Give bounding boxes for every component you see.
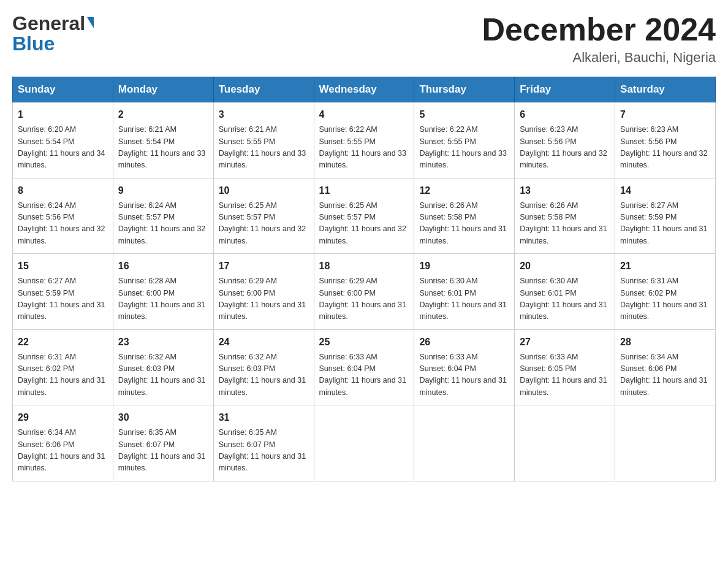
day-info: Sunrise: 6:23 AMSunset: 5:56 PMDaylight:… bbox=[620, 124, 710, 172]
calendar-day-cell: 13Sunrise: 6:26 AMSunset: 5:58 PMDayligh… bbox=[515, 178, 615, 254]
calendar-day-cell: 2Sunrise: 6:21 AMSunset: 5:54 PMDaylight… bbox=[113, 102, 213, 178]
day-info: Sunrise: 6:27 AMSunset: 5:59 PMDaylight:… bbox=[620, 200, 710, 248]
month-title: December 2024 bbox=[482, 12, 716, 47]
weekday-header-row: Sunday Monday Tuesday Wednesday Thursday… bbox=[13, 77, 716, 102]
day-info: Sunrise: 6:33 AMSunset: 6:04 PMDaylight:… bbox=[319, 351, 409, 399]
day-info: Sunrise: 6:24 AMSunset: 5:57 PMDaylight:… bbox=[118, 200, 208, 248]
calendar-day-cell: 23Sunrise: 6:32 AMSunset: 6:03 PMDayligh… bbox=[113, 329, 213, 405]
calendar-day-cell: 8Sunrise: 6:24 AMSunset: 5:56 PMDaylight… bbox=[13, 178, 113, 254]
calendar-day-cell: 6Sunrise: 6:23 AMSunset: 5:56 PMDaylight… bbox=[515, 102, 615, 178]
day-number: 13 bbox=[520, 183, 610, 198]
logo-blue-text: Blue bbox=[12, 33, 55, 55]
day-info: Sunrise: 6:35 AMSunset: 6:07 PMDaylight:… bbox=[118, 427, 208, 475]
logo-triangle-icon bbox=[87, 17, 94, 28]
calendar-day-cell: 19Sunrise: 6:30 AMSunset: 6:01 PMDayligh… bbox=[414, 254, 515, 330]
day-number: 21 bbox=[620, 259, 710, 274]
day-info: Sunrise: 6:25 AMSunset: 5:57 PMDaylight:… bbox=[219, 200, 309, 248]
calendar-day-cell: 28Sunrise: 6:34 AMSunset: 6:06 PMDayligh… bbox=[615, 329, 716, 405]
calendar-day-cell: 22Sunrise: 6:31 AMSunset: 6:02 PMDayligh… bbox=[13, 329, 113, 405]
calendar-day-cell: 20Sunrise: 6:30 AMSunset: 6:01 PMDayligh… bbox=[515, 254, 615, 330]
day-number: 17 bbox=[219, 259, 309, 274]
calendar-day-cell: 25Sunrise: 6:33 AMSunset: 6:04 PMDayligh… bbox=[314, 329, 414, 405]
day-number: 29 bbox=[18, 410, 108, 425]
header-sunday: Sunday bbox=[13, 77, 113, 102]
day-info: Sunrise: 6:21 AMSunset: 5:55 PMDaylight:… bbox=[219, 124, 309, 172]
title-area: December 2024 Alkaleri, Bauchi, Nigeria bbox=[482, 12, 716, 66]
day-number: 6 bbox=[520, 107, 610, 122]
calendar-day-cell bbox=[515, 405, 615, 481]
calendar-day-cell: 15Sunrise: 6:27 AMSunset: 5:59 PMDayligh… bbox=[13, 254, 113, 330]
day-number: 28 bbox=[620, 335, 710, 350]
calendar-week-row: 22Sunrise: 6:31 AMSunset: 6:02 PMDayligh… bbox=[13, 329, 716, 405]
calendar-day-cell: 7Sunrise: 6:23 AMSunset: 5:56 PMDaylight… bbox=[615, 102, 716, 178]
day-number: 24 bbox=[219, 335, 309, 350]
day-number: 18 bbox=[319, 259, 409, 274]
header-wednesday: Wednesday bbox=[314, 77, 414, 102]
day-number: 19 bbox=[419, 259, 509, 274]
calendar-day-cell: 5Sunrise: 6:22 AMSunset: 5:55 PMDaylight… bbox=[414, 102, 515, 178]
calendar-day-cell: 26Sunrise: 6:33 AMSunset: 6:04 PMDayligh… bbox=[414, 329, 515, 405]
day-number: 4 bbox=[319, 107, 409, 122]
calendar-day-cell: 16Sunrise: 6:28 AMSunset: 6:00 PMDayligh… bbox=[113, 254, 213, 330]
calendar-day-cell: 4Sunrise: 6:22 AMSunset: 5:55 PMDaylight… bbox=[314, 102, 414, 178]
day-info: Sunrise: 6:27 AMSunset: 5:59 PMDaylight:… bbox=[18, 275, 108, 323]
day-info: Sunrise: 6:21 AMSunset: 5:54 PMDaylight:… bbox=[118, 124, 208, 172]
calendar-day-cell bbox=[615, 405, 716, 481]
day-info: Sunrise: 6:33 AMSunset: 6:04 PMDaylight:… bbox=[419, 351, 509, 399]
calendar-day-cell: 24Sunrise: 6:32 AMSunset: 6:03 PMDayligh… bbox=[213, 329, 314, 405]
calendar-day-cell: 11Sunrise: 6:25 AMSunset: 5:57 PMDayligh… bbox=[314, 178, 414, 254]
day-info: Sunrise: 6:23 AMSunset: 5:56 PMDaylight:… bbox=[520, 124, 610, 172]
calendar-week-row: 29Sunrise: 6:34 AMSunset: 6:06 PMDayligh… bbox=[13, 405, 716, 481]
calendar-day-cell bbox=[414, 405, 515, 481]
day-info: Sunrise: 6:34 AMSunset: 6:06 PMDaylight:… bbox=[620, 351, 710, 399]
day-number: 11 bbox=[319, 183, 409, 198]
day-number: 1 bbox=[18, 107, 108, 122]
day-info: Sunrise: 6:33 AMSunset: 6:05 PMDaylight:… bbox=[520, 351, 610, 399]
header-friday: Friday bbox=[515, 77, 615, 102]
calendar-day-cell bbox=[314, 405, 414, 481]
logo: General Blue bbox=[12, 12, 94, 55]
day-info: Sunrise: 6:28 AMSunset: 6:00 PMDaylight:… bbox=[118, 275, 208, 323]
header-saturday: Saturday bbox=[615, 77, 716, 102]
day-number: 14 bbox=[620, 183, 710, 198]
day-number: 27 bbox=[520, 335, 610, 350]
header-tuesday: Tuesday bbox=[213, 77, 314, 102]
day-info: Sunrise: 6:34 AMSunset: 6:06 PMDaylight:… bbox=[18, 427, 108, 475]
day-info: Sunrise: 6:29 AMSunset: 6:00 PMDaylight:… bbox=[219, 275, 309, 323]
calendar-day-cell: 30Sunrise: 6:35 AMSunset: 6:07 PMDayligh… bbox=[113, 405, 213, 481]
calendar-day-cell: 21Sunrise: 6:31 AMSunset: 6:02 PMDayligh… bbox=[615, 254, 716, 330]
day-number: 16 bbox=[118, 259, 208, 274]
calendar-table: Sunday Monday Tuesday Wednesday Thursday… bbox=[12, 77, 716, 481]
day-info: Sunrise: 6:26 AMSunset: 5:58 PMDaylight:… bbox=[520, 200, 610, 248]
day-number: 22 bbox=[18, 335, 108, 350]
day-number: 31 bbox=[219, 410, 309, 425]
calendar-day-cell: 29Sunrise: 6:34 AMSunset: 6:06 PMDayligh… bbox=[13, 405, 113, 481]
calendar-day-cell: 27Sunrise: 6:33 AMSunset: 6:05 PMDayligh… bbox=[515, 329, 615, 405]
calendar-week-row: 1Sunrise: 6:20 AMSunset: 5:54 PMDaylight… bbox=[13, 102, 716, 178]
day-info: Sunrise: 6:26 AMSunset: 5:58 PMDaylight:… bbox=[419, 200, 509, 248]
day-info: Sunrise: 6:29 AMSunset: 6:00 PMDaylight:… bbox=[319, 275, 409, 323]
day-info: Sunrise: 6:31 AMSunset: 6:02 PMDaylight:… bbox=[620, 275, 710, 323]
day-info: Sunrise: 6:35 AMSunset: 6:07 PMDaylight:… bbox=[219, 427, 309, 475]
calendar-day-cell: 14Sunrise: 6:27 AMSunset: 5:59 PMDayligh… bbox=[615, 178, 716, 254]
calendar-day-cell: 9Sunrise: 6:24 AMSunset: 5:57 PMDaylight… bbox=[113, 178, 213, 254]
day-number: 10 bbox=[219, 183, 309, 198]
calendar-day-cell: 31Sunrise: 6:35 AMSunset: 6:07 PMDayligh… bbox=[213, 405, 314, 481]
day-info: Sunrise: 6:20 AMSunset: 5:54 PMDaylight:… bbox=[18, 124, 108, 172]
location-title: Alkaleri, Bauchi, Nigeria bbox=[482, 50, 716, 66]
day-info: Sunrise: 6:22 AMSunset: 5:55 PMDaylight:… bbox=[319, 124, 409, 172]
day-info: Sunrise: 6:22 AMSunset: 5:55 PMDaylight:… bbox=[419, 124, 509, 172]
day-info: Sunrise: 6:24 AMSunset: 5:56 PMDaylight:… bbox=[18, 200, 108, 248]
header-thursday: Thursday bbox=[414, 77, 515, 102]
day-info: Sunrise: 6:31 AMSunset: 6:02 PMDaylight:… bbox=[18, 351, 108, 399]
calendar-day-cell: 18Sunrise: 6:29 AMSunset: 6:00 PMDayligh… bbox=[314, 254, 414, 330]
day-info: Sunrise: 6:30 AMSunset: 6:01 PMDaylight:… bbox=[520, 275, 610, 323]
day-number: 7 bbox=[620, 107, 710, 122]
day-number: 8 bbox=[18, 183, 108, 198]
day-number: 15 bbox=[18, 259, 108, 274]
calendar-day-cell: 17Sunrise: 6:29 AMSunset: 6:00 PMDayligh… bbox=[213, 254, 314, 330]
header-monday: Monday bbox=[113, 77, 213, 102]
calendar-day-cell: 3Sunrise: 6:21 AMSunset: 5:55 PMDaylight… bbox=[213, 102, 314, 178]
day-number: 30 bbox=[118, 410, 208, 425]
day-number: 23 bbox=[118, 335, 208, 350]
